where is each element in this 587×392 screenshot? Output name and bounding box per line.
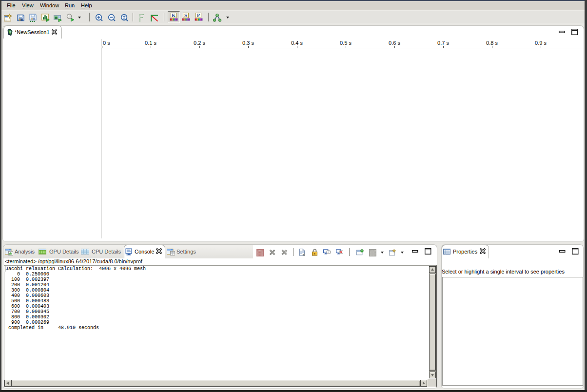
svg-text:P: P xyxy=(197,13,200,18)
svg-text:K: K xyxy=(172,13,176,18)
svg-text:S: S xyxy=(184,13,187,18)
